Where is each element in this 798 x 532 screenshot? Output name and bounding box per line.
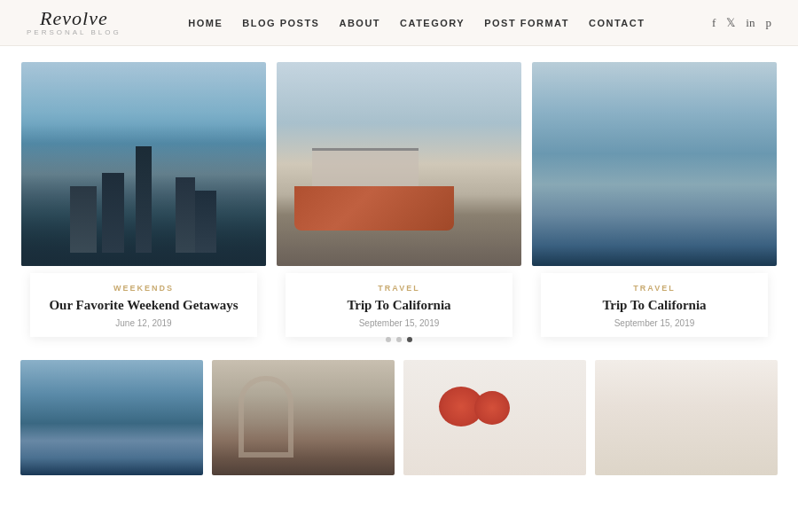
thumb-item-2[interactable] [212,360,395,475]
main-content: WEEKENDS Our Favorite Weekend Getaways J… [0,46,798,475]
featured-card-1[interactable]: WEEKENDS Our Favorite Weekend Getaways J… [21,62,266,328]
card-title-2: Trip To California [299,297,499,315]
nav-blog-posts[interactable]: BLOG POSTS [242,18,319,28]
card-category-1: WEEKENDS [43,284,244,293]
featured-card-3[interactable]: TRAVEL Trip To California September 15, … [532,62,777,328]
thumb-chicago-image [20,360,203,475]
card-date-1: June 12, 2019 [43,318,244,328]
card-content-2: TRAVEL Trip To California September 15, … [286,273,512,338]
card-image-1 [21,62,266,266]
dot-1[interactable] [386,337,391,342]
harbor-boat-image [277,62,521,266]
featured-section: WEEKENDS Our Favorite Weekend Getaways J… [0,46,798,348]
thumb-dried-image [595,360,778,475]
dot-3[interactable] [407,337,412,342]
thumb-item-1[interactable] [20,360,203,475]
card-category-3: TRAVEL [554,284,755,293]
nav-home[interactable]: HOME [188,18,223,28]
card-category-2: TRAVEL [299,284,499,293]
twitter-icon[interactable]: 𝕏 [726,16,735,30]
featured-grid: WEEKENDS Our Favorite Weekend Getaways J… [16,62,782,328]
thumb-item-3[interactable] [403,360,586,475]
thumb-arches-image [212,360,395,475]
nav-about[interactable]: ABOUT [339,18,380,28]
chicago-skyline-image-2 [532,62,777,266]
card-image-3 [532,62,777,266]
nav-post-format[interactable]: POST FORMAT [484,18,569,28]
facebook-icon[interactable]: f [712,16,716,30]
logo[interactable]: Revolve PERSONAL BLOG [27,8,121,37]
linkedin-icon[interactable]: in [746,16,755,30]
chicago-skyline-image-1 [21,62,266,266]
dot-2[interactable] [396,337,402,342]
social-links: f 𝕏 in p [712,16,771,30]
site-header: Revolve PERSONAL BLOG HOME BLOG POSTS AB… [0,0,798,46]
card-date-2: September 15, 2019 [299,318,499,328]
nav-category[interactable]: CATEGORY [400,18,465,28]
thumbnail-grid [16,360,782,475]
card-content-1: WEEKENDS Our Favorite Weekend Getaways J… [30,273,257,338]
pinterest-icon[interactable]: p [765,16,771,30]
logo-title: Revolve [40,8,108,29]
card-title-3: Trip To California [554,297,755,315]
thumb-item-4[interactable] [595,360,778,475]
main-nav: HOME BLOG POSTS ABOUT CATEGORY POST FORM… [188,18,645,28]
nav-contact[interactable]: CONTACT [589,18,645,28]
card-title-1: Our Favorite Weekend Getaways [43,297,244,315]
card-date-3: September 15, 2019 [554,318,755,328]
thumb-figs-image [403,360,586,475]
card-content-3: TRAVEL Trip To California September 15, … [541,273,768,338]
logo-subtitle: PERSONAL BLOG [27,29,121,37]
card-image-2 [277,62,521,266]
featured-card-2[interactable]: TRAVEL Trip To California September 15, … [277,62,521,328]
